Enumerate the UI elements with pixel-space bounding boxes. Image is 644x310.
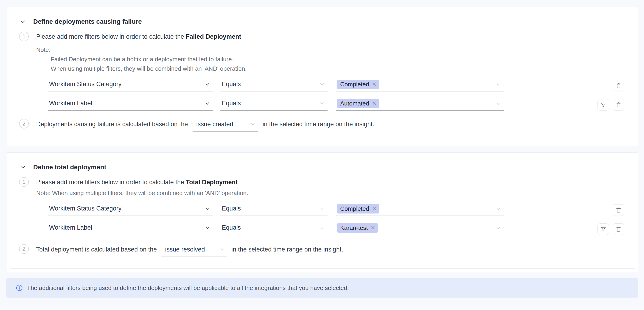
step-number-badge: 2 bbox=[19, 119, 29, 128]
value-tag: Completed ✕ bbox=[337, 80, 379, 89]
chevron-down-icon bbox=[20, 164, 26, 170]
chevron-down-icon bbox=[204, 225, 210, 230]
filter-row: Workitem Label Equals Karan-test ✕ bbox=[48, 223, 638, 235]
close-icon[interactable]: ✕ bbox=[372, 101, 376, 106]
note-line: Failed Deployment can be a hotfix or a d… bbox=[51, 56, 638, 63]
step1-instruction-bold: Failed Deployment bbox=[186, 33, 241, 40]
step2-row: 2 Total deployment is calculated based o… bbox=[19, 244, 638, 257]
step1-instruction: Please add more filters below in order t… bbox=[36, 32, 638, 40]
field-select[interactable]: Workitem Label bbox=[48, 100, 213, 110]
step-number-badge: 1 bbox=[19, 177, 29, 187]
info-icon bbox=[16, 284, 23, 292]
step2-sentence: Deployments causing failure is calculate… bbox=[36, 119, 374, 132]
value-tag-label: Completed bbox=[340, 206, 369, 212]
step1-instruction-bold: Total Deployment bbox=[186, 179, 238, 186]
close-icon[interactable]: ✕ bbox=[370, 225, 375, 230]
chevron-down-icon bbox=[496, 101, 501, 106]
note-label: Note: bbox=[36, 46, 638, 54]
delete-filter-button[interactable] bbox=[613, 204, 624, 216]
step2-sentence: Total deployment is calculated based on … bbox=[36, 244, 343, 257]
chevron-down-icon bbox=[204, 82, 210, 87]
stepper-rail: 1 bbox=[19, 177, 29, 235]
field-select-value: Workitem Status Category bbox=[49, 80, 122, 88]
trash-icon bbox=[616, 207, 622, 213]
step2-text-before: Deployments causing failure is calculate… bbox=[36, 121, 188, 128]
chevron-down-icon bbox=[319, 225, 325, 230]
value-multiselect[interactable]: Karan-test ✕ bbox=[336, 223, 504, 235]
step-number-badge: 1 bbox=[19, 32, 29, 41]
value-tag: Karan-test ✕ bbox=[337, 223, 378, 232]
section-card-failure: Define deployments causing failure 1 Ple… bbox=[6, 7, 638, 146]
stepper-connector bbox=[24, 44, 24, 110]
stepper-connector bbox=[24, 189, 24, 235]
value-tag-label: Automated bbox=[340, 100, 369, 107]
value-tag-label: Completed bbox=[340, 81, 369, 88]
value-multiselect[interactable]: Completed ✕ bbox=[336, 204, 504, 216]
step2-text-after: in the selected time range on the insigh… bbox=[262, 121, 374, 128]
value-tag: Automated ✕ bbox=[337, 99, 379, 108]
step2-text-before: Total deployment is calculated based on … bbox=[36, 246, 157, 253]
note-line: Note: When using multiple filters, they … bbox=[36, 189, 638, 197]
operator-select-value: Equals bbox=[222, 224, 241, 231]
step1-instruction-text: Please add more filters below in order t… bbox=[36, 179, 186, 186]
chevron-down-icon bbox=[319, 82, 325, 87]
chevron-down-icon bbox=[20, 19, 26, 25]
field-select[interactable]: Workitem Label bbox=[48, 224, 213, 235]
operator-select[interactable]: Equals bbox=[220, 224, 328, 235]
chevron-down-icon bbox=[319, 206, 325, 212]
section-card-total: Define total deployment 1 Please add mor… bbox=[6, 152, 638, 272]
event-type-select[interactable]: issue resolved bbox=[162, 246, 227, 257]
trash-icon bbox=[616, 102, 622, 108]
chevron-down-icon bbox=[219, 247, 224, 252]
close-icon[interactable]: ✕ bbox=[372, 82, 376, 87]
step-number-badge: 2 bbox=[19, 244, 29, 254]
chevron-down-icon bbox=[319, 101, 325, 106]
step1-instruction-text: Please add more filters below in order t… bbox=[36, 33, 186, 40]
stepper-rail: 1 bbox=[19, 32, 29, 110]
operator-select-value: Equals bbox=[222, 100, 241, 107]
advanced-filter-button[interactable] bbox=[598, 224, 609, 235]
event-type-select-value: issue created bbox=[196, 120, 233, 128]
delete-filter-button[interactable] bbox=[613, 80, 624, 92]
value-tag: Completed ✕ bbox=[337, 204, 379, 214]
operator-select[interactable]: Equals bbox=[220, 80, 328, 92]
step1-instruction: Please add more filters below in order t… bbox=[36, 177, 638, 186]
filter-icon bbox=[600, 226, 606, 232]
value-multiselect[interactable]: Automated ✕ bbox=[336, 99, 504, 110]
chevron-down-icon bbox=[204, 101, 210, 106]
value-multiselect[interactable]: Completed ✕ bbox=[336, 80, 504, 92]
operator-select-value: Equals bbox=[222, 205, 241, 212]
chevron-down-icon bbox=[204, 206, 210, 212]
field-select[interactable]: Workitem Status Category bbox=[48, 205, 213, 216]
delete-filter-button[interactable] bbox=[613, 224, 624, 235]
value-tag-label: Karan-test bbox=[340, 224, 368, 231]
chevron-down-icon bbox=[250, 121, 256, 127]
event-type-select[interactable]: issue created bbox=[192, 120, 258, 132]
field-select[interactable]: Workitem Status Category bbox=[48, 80, 213, 92]
filter-row: Workitem Status Category Equals Complete… bbox=[48, 204, 638, 216]
field-select-value: Workitem Label bbox=[49, 100, 92, 107]
filter-icon bbox=[600, 102, 606, 108]
step2-row: 2 Deployments causing failure is calcula… bbox=[19, 119, 638, 132]
chevron-down-icon bbox=[496, 82, 501, 87]
filter-row: Workitem Status Category Equals Complete… bbox=[48, 80, 638, 92]
operator-select[interactable]: Equals bbox=[220, 205, 328, 216]
note-line: When using multiple filters, they will b… bbox=[51, 65, 638, 72]
advanced-filter-button[interactable] bbox=[598, 99, 609, 110]
operator-select-value: Equals bbox=[222, 80, 241, 88]
field-select-value: Workitem Status Category bbox=[49, 205, 122, 212]
section-header-total[interactable]: Define total deployment bbox=[6, 153, 638, 171]
section-header-failure[interactable]: Define deployments causing failure bbox=[6, 7, 638, 26]
filter-row: Workitem Label Equals Automated ✕ bbox=[48, 99, 638, 110]
delete-filter-button[interactable] bbox=[613, 99, 624, 110]
chevron-down-icon bbox=[496, 225, 501, 231]
trash-icon bbox=[616, 82, 622, 89]
close-icon[interactable]: ✕ bbox=[372, 206, 376, 212]
info-banner: The additional filters being used to def… bbox=[6, 278, 638, 298]
info-banner-text: The additional filters being used to def… bbox=[27, 284, 349, 292]
field-select-value: Workitem Label bbox=[49, 224, 92, 231]
section-title: Define deployments causing failure bbox=[33, 18, 142, 26]
chevron-down-icon bbox=[496, 206, 501, 212]
operator-select[interactable]: Equals bbox=[220, 100, 328, 110]
step2-text-after: in the selected time range on the insigh… bbox=[232, 246, 343, 253]
